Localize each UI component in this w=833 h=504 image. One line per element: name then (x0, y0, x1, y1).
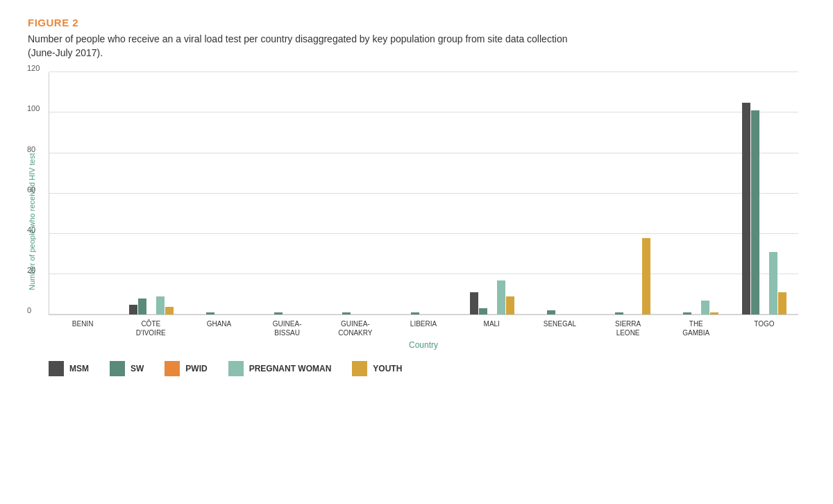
y-tick-label: 60 (27, 185, 35, 194)
bar-pregnant (769, 252, 777, 314)
bar-msm (742, 103, 750, 314)
country-group (253, 72, 321, 314)
chart-area: Number of people who received HIV test 0… (28, 72, 805, 350)
bars-row (197, 72, 242, 314)
bars-row (402, 72, 446, 314)
bar-sw (547, 310, 555, 314)
bar-youth (642, 238, 650, 315)
bars-row (61, 72, 106, 314)
bar-youth (710, 312, 718, 314)
country-group (185, 72, 253, 314)
y-tick-label: 80 (27, 145, 35, 153)
x-axis-title: Country (49, 340, 798, 350)
y-tick-label: 0 (27, 306, 31, 314)
figure-container: FIGURE 2 Number of people who receive an… (28, 17, 805, 376)
chart-inner: 020406080100120 BENINCÔTED'IVOIREGHANAGU… (49, 72, 805, 350)
legend-label-youth: YOUTH (373, 364, 402, 373)
bar-sw (479, 308, 487, 314)
bar-youth (778, 292, 786, 314)
plot-area: 020406080100120 (49, 72, 798, 315)
x-label: GUINEA-CONAKRY (321, 315, 389, 337)
x-label: SIERRALEONE (594, 315, 662, 337)
bar-sw (138, 299, 146, 314)
country-group (526, 72, 594, 314)
bar-pregnant (701, 301, 709, 314)
legend-label-sw: SW (131, 364, 144, 373)
figure-caption: Number of people who receive an a viral … (28, 33, 569, 60)
bar-youth (165, 307, 174, 315)
x-label: SENEGAL (525, 315, 594, 337)
bar-sw (206, 312, 214, 314)
legend-swatch-youth (352, 361, 367, 376)
legend-swatch-msm (49, 361, 64, 376)
legend: MSMSWPWIDPREGNANT WOMANYOUTH (28, 361, 805, 376)
country-group (321, 72, 389, 314)
legend-label-msm: MSM (69, 364, 89, 373)
country-group (389, 72, 457, 314)
y-tick-label: 20 (27, 266, 35, 274)
x-label: CÔTED'IVOIRE (117, 315, 185, 337)
bar-sw (342, 312, 351, 314)
bar-pregnant (156, 296, 165, 314)
bars-row (606, 72, 650, 314)
country-group (662, 72, 730, 314)
bar-msm (129, 305, 137, 315)
bar-pregnant (497, 280, 505, 314)
figure-label: FIGURE 2 (28, 17, 805, 28)
x-label: GHANA (185, 315, 253, 337)
country-group (49, 72, 117, 314)
bars-container (49, 72, 798, 314)
legend-label-pregnant: PREGNANT WOMAN (249, 364, 332, 373)
bars-row (129, 72, 174, 314)
legend-item-sw: SW (110, 361, 144, 376)
bars-row (674, 72, 718, 314)
legend-item-pregnant: PREGNANT WOMAN (228, 361, 332, 376)
x-label: LIBERIA (389, 315, 457, 337)
x-label: THEGAMBIA (662, 315, 730, 337)
legend-swatch-sw (110, 361, 125, 376)
bar-msm (470, 292, 478, 314)
x-label: BENIN (49, 315, 117, 337)
bars-row (470, 72, 514, 314)
bar-youth (506, 296, 514, 314)
bar-sw (615, 312, 623, 314)
legend-item-pwid: PWID (165, 361, 207, 376)
legend-label-pwid: PWID (185, 364, 207, 373)
x-label: TOGO (730, 315, 798, 337)
legend-swatch-pwid (165, 361, 180, 376)
country-group (117, 72, 185, 314)
y-tick-label: 100 (27, 104, 40, 112)
bars-row (538, 72, 582, 314)
x-axis-labels: BENINCÔTED'IVOIREGHANAGUINEA-BISSAUGUINE… (49, 315, 798, 337)
x-label: GUINEA-BISSAU (253, 315, 321, 337)
country-group (458, 72, 526, 314)
legend-item-msm: MSM (49, 361, 89, 376)
country-group (730, 72, 798, 314)
y-tick-label: 40 (27, 226, 35, 234)
bar-sw (274, 312, 283, 314)
bars-row (333, 72, 378, 314)
bar-sw (751, 110, 759, 314)
bars-row (742, 72, 786, 314)
legend-swatch-pregnant (228, 361, 244, 376)
y-tick-label: 120 (27, 64, 40, 72)
bar-sw (683, 312, 691, 314)
country-group (594, 72, 662, 314)
bars-row (265, 72, 310, 314)
bar-sw (411, 312, 419, 314)
legend-item-youth: YOUTH (352, 361, 402, 376)
x-label: MALI (457, 315, 525, 337)
